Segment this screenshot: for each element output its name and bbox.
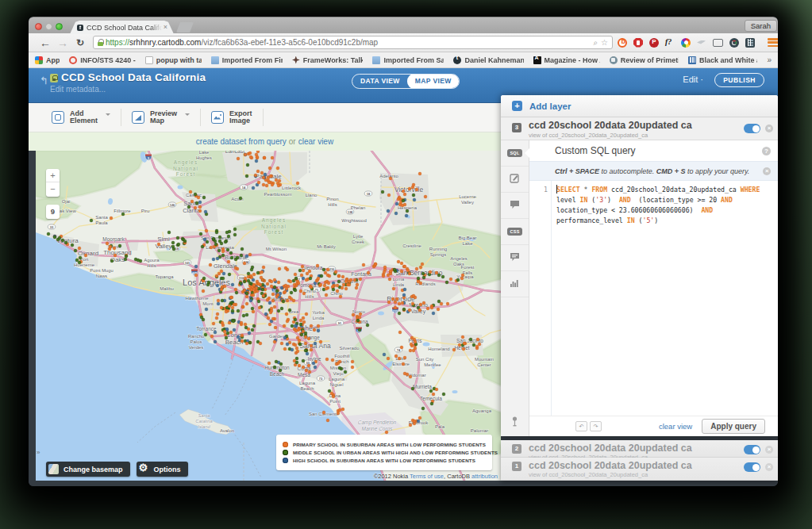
bookmark-item[interactable]: Apps xyxy=(35,56,60,64)
map-place-label: Aguanga xyxy=(472,408,492,413)
map-place-label: Pearblossom xyxy=(264,192,291,197)
bookmark-label: popup with tags xyxy=(156,56,202,64)
minimize-window-button[interactable] xyxy=(45,23,52,30)
apply-query-button[interactable]: Apply query xyxy=(702,419,765,434)
legend-label: PRIMARY SCHOOL IN SUBURBAN AREAS WITH LO… xyxy=(293,442,486,447)
clear-view-link[interactable]: clear view xyxy=(659,422,692,431)
map-view-tab[interactable]: MAP VIEW xyxy=(407,74,460,89)
sidebar-tab-infowindow[interactable] xyxy=(501,193,529,219)
preview-map-button[interactable]: PreviewMap xyxy=(132,110,190,125)
clip-extension-icon[interactable] xyxy=(697,38,706,48)
pinterest-extension-icon[interactable] xyxy=(649,38,659,48)
toolbar-button-label: AddElement xyxy=(70,110,98,125)
lamp-icon[interactable] xyxy=(511,416,518,430)
layer-title: ccd 20school 20data 20updated ca xyxy=(529,443,692,454)
collapsed-layer[interactable]: 1ccd 20school 20data 20updated caview of… xyxy=(501,458,778,481)
bookmark-item[interactable]: popup with tags xyxy=(145,56,202,64)
bookmark-item[interactable]: Black and White and xyxy=(688,56,757,64)
bookmark-item[interactable]: Daniel Kahneman on xyxy=(453,56,523,64)
map-place-label: Camp PendletonMarine Corps xyxy=(358,420,397,432)
map-canvas[interactable]: 5405101521514126331181341102105771917473… xyxy=(36,151,501,481)
add-layer-bar[interactable]: + Add layer xyxy=(501,95,778,117)
bitly-extension-icon[interactable] xyxy=(618,38,627,48)
map-place-label: Silverado xyxy=(339,346,360,351)
attribution-link[interactable]: attribution xyxy=(471,473,498,480)
sidebar-tab-histogram[interactable] xyxy=(501,271,529,297)
fontface-extension-icon[interactable] xyxy=(665,38,675,48)
reload-button[interactable]: ↻ xyxy=(71,37,89,48)
bookmark-item[interactable]: Imported From Safari xyxy=(372,56,444,64)
gray-doc-icon xyxy=(610,56,618,64)
edit-metadata-link[interactable]: Edit metadata... xyxy=(50,85,106,94)
privacy-lock-icon[interactable] xyxy=(50,74,58,82)
address-bar[interactable]: https :// srhhnry.cartodb.com /viz/fca6b… xyxy=(93,36,613,49)
options-button[interactable]: Options xyxy=(137,462,188,477)
publish-button[interactable]: PUBLISH xyxy=(714,73,764,87)
bookmark-item[interactable]: INFO/STS 4240 - De xyxy=(69,56,136,64)
help-icon[interactable]: ? xyxy=(762,147,771,155)
collapsed-layer[interactable]: 2ccd 20school 20data 20updated caview of… xyxy=(501,440,778,458)
change-basemap-label: Change basemap xyxy=(63,466,123,473)
cast-extension-icon[interactable] xyxy=(713,39,723,47)
bookmark-star-icon[interactable]: ☆ xyxy=(601,38,608,47)
zoom-in-button[interactable]: + xyxy=(46,169,60,182)
add-layer-label: Add layer xyxy=(529,102,571,111)
dark-sq-icon xyxy=(533,56,541,64)
map-place-label: RunningSprings xyxy=(429,247,447,257)
sql-code-editor[interactable]: 1 SELECT * FROM ccd_20school_20data_20up… xyxy=(529,181,778,416)
colorwheel-extension-icon[interactable] xyxy=(681,38,691,48)
layer-remove-icon[interactable]: × xyxy=(765,446,773,454)
new-tab-button[interactable] xyxy=(176,22,194,33)
back-to-dashboard-icon[interactable]: ↰ xyxy=(40,75,48,86)
search-icon[interactable]: ⌕ xyxy=(593,38,598,48)
bookmark-item[interactable]: Review of Primetime xyxy=(610,56,679,64)
export-image-button[interactable]: ExportImage xyxy=(211,110,252,125)
profile-button[interactable]: Sarah xyxy=(745,20,777,32)
text-caret xyxy=(556,185,557,194)
back-button[interactable]: ← xyxy=(37,36,54,49)
close-window-button[interactable] xyxy=(35,23,42,30)
bookmark-item[interactable]: Magazine - How Am xyxy=(533,56,600,64)
attribution-link[interactable]: Terms of use xyxy=(410,473,444,480)
zoom-window-button[interactable] xyxy=(56,23,63,30)
map-place-label: Moorpark xyxy=(102,236,125,243)
layer-visibility-toggle[interactable] xyxy=(744,124,760,133)
legend-label: HIGH SCHOOL IN SUBURBAN AREAS WITH LOW P… xyxy=(293,458,475,463)
hint-shortcut-1: Ctrl + SPACE xyxy=(555,167,599,175)
layer-visibility-toggle[interactable] xyxy=(744,462,760,472)
add-element-button[interactable]: AddElement xyxy=(52,110,110,125)
sidebar-tab-wizard[interactable] xyxy=(501,167,529,193)
sidebar-tab-css[interactable]: CSS xyxy=(501,219,529,245)
tab-close-icon[interactable]: × xyxy=(164,24,167,31)
hint-text-2: to apply your query. xyxy=(685,167,749,175)
clear-view-link[interactable]: clear view xyxy=(298,137,333,146)
screenshot-extension-icon[interactable] xyxy=(729,38,739,48)
hint-close-icon[interactable]: × xyxy=(763,167,771,175)
layer-header[interactable]: 3 ccd 20school 20data 20updated ca view … xyxy=(501,117,778,140)
layer-visibility-toggle[interactable] xyxy=(744,445,760,454)
sidebar-tab-legend-bubble[interactable] xyxy=(501,245,529,271)
zoom-out-button[interactable]: − xyxy=(46,182,60,196)
change-basemap-button[interactable]: Change basemap xyxy=(46,462,130,477)
layer-remove-icon[interactable]: × xyxy=(765,125,773,132)
forward-button[interactable]: → xyxy=(54,36,71,49)
visualization-title[interactable]: CCD School Data California xyxy=(61,71,206,83)
sidebar-tab-sql[interactable]: SQL xyxy=(501,140,529,167)
adblock-extension-icon[interactable] xyxy=(633,38,643,48)
film-extension-icon[interactable] xyxy=(745,38,755,48)
redo-button[interactable]: ↷ xyxy=(590,421,602,431)
bookmarks-overflow-chevron[interactable]: » xyxy=(767,56,772,64)
collapse-chevron-icon[interactable]: » xyxy=(37,449,40,456)
layer-remove-icon[interactable]: × xyxy=(765,463,773,471)
edit-menu[interactable]: Edit · xyxy=(683,75,703,84)
create-dataset-link[interactable]: create dataset from query xyxy=(196,137,287,146)
browser-tab[interactable]: CCD School Data Californi × xyxy=(70,21,174,34)
layer-number-badge: 2 xyxy=(512,444,521,454)
map-place-label: Irvine xyxy=(307,356,321,362)
chrome-menu-icon[interactable] xyxy=(768,38,778,47)
data-view-tab[interactable]: DATA VIEW xyxy=(352,75,408,88)
bookmark-item[interactable]: Imported From Firefo xyxy=(211,56,283,64)
bookmark-item[interactable]: FrameWorks: Talking xyxy=(292,56,364,64)
map-place-label: Malibu xyxy=(160,286,174,291)
undo-button[interactable]: ↶ xyxy=(575,421,587,431)
